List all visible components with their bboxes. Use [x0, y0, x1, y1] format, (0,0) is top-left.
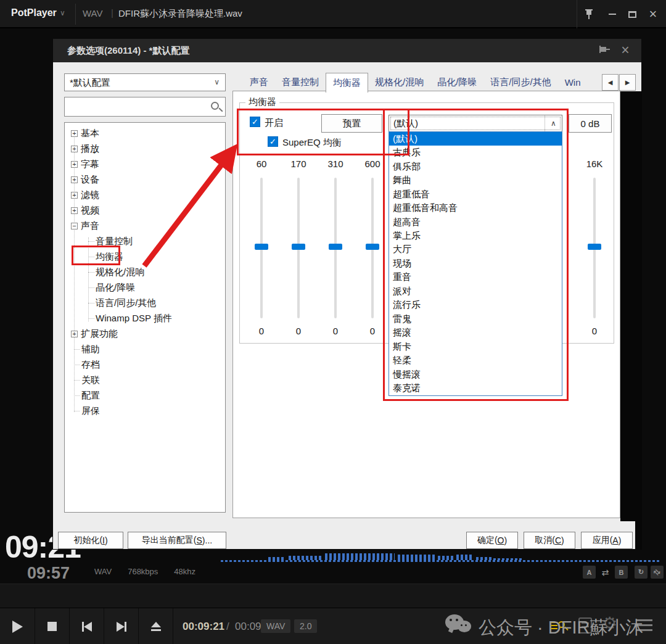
watermark-text: 公众号 · DFIR蘇小沐 — [479, 616, 643, 640]
play-button[interactable] — [0, 608, 35, 644]
preset-button[interactable]: 预置 — [321, 114, 382, 133]
pin-window-button[interactable] — [578, 0, 599, 28]
tree-item-17[interactable]: 配置 — [65, 388, 225, 403]
tree-item-9[interactable]: 规格化/混响 — [65, 265, 225, 280]
preset-combo[interactable]: (默认) ∧ — [388, 115, 562, 132]
tree-item-13[interactable]: +扩展功能 — [65, 326, 225, 342]
collapse-icon[interactable]: − — [71, 223, 78, 229]
eq-slider-handle[interactable] — [255, 244, 268, 250]
tab-scroll-left-button[interactable]: ◀ — [602, 74, 619, 91]
gain-button[interactable]: 0 dB — [569, 114, 612, 133]
tab-0[interactable]: 声音 — [243, 73, 275, 92]
preset-option-3[interactable]: 舞曲 — [389, 173, 562, 187]
tree-item-6[interactable]: −声音 — [65, 218, 225, 234]
preset-option-10[interactable]: 重音 — [389, 271, 562, 284]
preset-option-8[interactable]: 大厅 — [389, 243, 562, 257]
enable-label[interactable]: 开启 — [265, 117, 283, 129]
tree-item-2[interactable]: +字幕 — [65, 157, 225, 172]
expand-icon[interactable]: + — [71, 130, 78, 137]
ab-point-a-button[interactable]: A — [583, 566, 596, 579]
dialog-pin-button[interactable] — [598, 44, 610, 57]
settings-search-input[interactable] — [64, 97, 226, 117]
current-time: 00:09:21 — [183, 621, 224, 633]
tree-item-label: 关联 — [81, 374, 100, 386]
preset-option-0[interactable]: (默认) — [389, 132, 562, 146]
tab-6[interactable]: Win — [558, 73, 588, 92]
shuffle-icon[interactable]: ⇄ — [651, 566, 664, 579]
tree-item-4[interactable]: +滤镜 — [65, 188, 225, 203]
tree-item-10[interactable]: 晶化/降噪 — [65, 280, 225, 295]
cancel-button[interactable]: 取消(C) — [524, 532, 575, 549]
tree-item-15[interactable]: 存档 — [65, 357, 225, 373]
tree-item-1[interactable]: +播放 — [65, 141, 225, 157]
preset-option-14[interactable]: 摇滚 — [389, 326, 562, 340]
expand-icon[interactable]: + — [71, 192, 78, 199]
preset-option-11[interactable]: 派对 — [389, 284, 562, 298]
expand-icon[interactable]: + — [71, 146, 78, 152]
ok-button[interactable]: 确定(O) — [466, 532, 518, 549]
tree-item-12[interactable]: Winamp DSP 插件 — [65, 311, 225, 326]
tree-item-5[interactable]: +视频 — [65, 203, 225, 218]
tree-item-18[interactable]: 屏保 — [65, 403, 225, 419]
supereq-label[interactable]: SuperEQ 均衡 — [282, 137, 342, 149]
profile-select[interactable]: *默认配置 ∨ — [64, 73, 226, 91]
close-button[interactable]: × — [643, 0, 664, 28]
previous-button[interactable] — [70, 608, 104, 644]
tab-1[interactable]: 音量控制 — [275, 73, 326, 92]
preset-option-16[interactable]: 轻柔 — [389, 354, 562, 368]
tree-item-label: 扩展功能 — [81, 328, 118, 340]
preset-option-12[interactable]: 流行乐 — [389, 299, 562, 312]
tree-item-14[interactable]: 辅助 — [65, 342, 225, 357]
preset-option-1[interactable]: 古典乐 — [389, 146, 562, 159]
next-button[interactable] — [104, 608, 139, 644]
eq-slider-handle[interactable] — [366, 244, 379, 250]
supereq-checkbox[interactable]: ✓ — [268, 136, 278, 147]
tab-4[interactable]: 晶化/降噪 — [430, 73, 483, 92]
preset-option-4[interactable]: 超重低音 — [389, 188, 562, 201]
minimize-button[interactable] — [602, 0, 623, 28]
loop-icon[interactable]: ↻ — [635, 566, 648, 579]
dialog-close-button[interactable]: × — [618, 42, 633, 58]
tree-item-11[interactable]: 语言/同步/其他 — [65, 295, 225, 311]
apply-button[interactable]: 应用(A) — [581, 532, 633, 549]
tree-item-8[interactable]: 均衡器 — [65, 249, 225, 265]
preset-option-2[interactable]: 俱乐部 — [389, 160, 562, 173]
tree-item-3[interactable]: +设备 — [65, 172, 225, 188]
preset-option-18[interactable]: 泰克诺 — [389, 381, 562, 395]
ab-repeat-icon[interactable]: ⇄ — [599, 566, 612, 579]
export-config-button[interactable]: 导出当前配置(S)... — [128, 532, 226, 549]
expand-icon[interactable]: + — [71, 331, 78, 337]
app-logo[interactable]: PotPlayer — [11, 7, 57, 19]
maximize-button[interactable] — [622, 0, 643, 28]
eject-button[interactable] — [139, 608, 173, 644]
enable-checkbox[interactable]: ✓ — [250, 117, 260, 127]
chevron-up-icon[interactable]: ∧ — [545, 115, 562, 131]
close-icon: × — [649, 7, 657, 21]
initialize-button[interactable]: 初始化(I) — [58, 532, 123, 549]
ab-point-b-button[interactable]: B — [615, 566, 628, 579]
preset-option-9[interactable]: 现场 — [389, 257, 562, 270]
tree-item-0[interactable]: +基本 — [65, 126, 225, 141]
preset-option-7[interactable]: 掌上乐 — [389, 229, 562, 242]
expand-icon[interactable]: + — [71, 207, 78, 214]
eq-slider-handle[interactable] — [588, 244, 601, 250]
preset-option-17[interactable]: 慢摇滚 — [389, 368, 562, 381]
tree-item-7[interactable]: 音量控制 — [65, 234, 225, 249]
equalizer-group-title: 均衡器 — [245, 96, 279, 108]
stop-button[interactable] — [35, 608, 70, 644]
expand-icon[interactable]: + — [71, 176, 78, 183]
preset-option-15[interactable]: 斯卡 — [389, 340, 562, 353]
tab-5[interactable]: 语言/同步/其他 — [483, 73, 557, 92]
tab-2[interactable]: 均衡器 — [326, 73, 368, 93]
tab-3[interactable]: 规格化/混响 — [368, 73, 430, 92]
eq-slider-handle[interactable] — [292, 244, 305, 250]
tree-item-16[interactable]: 关联 — [65, 373, 225, 388]
eq-slider-handle[interactable] — [329, 244, 342, 250]
tab-scroll-right-button[interactable]: ▶ — [619, 74, 636, 91]
expand-icon[interactable]: + — [71, 161, 78, 168]
titlebar-divider — [75, 4, 76, 25]
preset-option-6[interactable]: 超高音 — [389, 215, 562, 229]
app-menu-chevron-icon[interactable]: ∨ — [60, 9, 65, 17]
preset-option-5[interactable]: 超重低音和高音 — [389, 201, 562, 215]
preset-option-13[interactable]: 雷鬼 — [389, 312, 562, 326]
